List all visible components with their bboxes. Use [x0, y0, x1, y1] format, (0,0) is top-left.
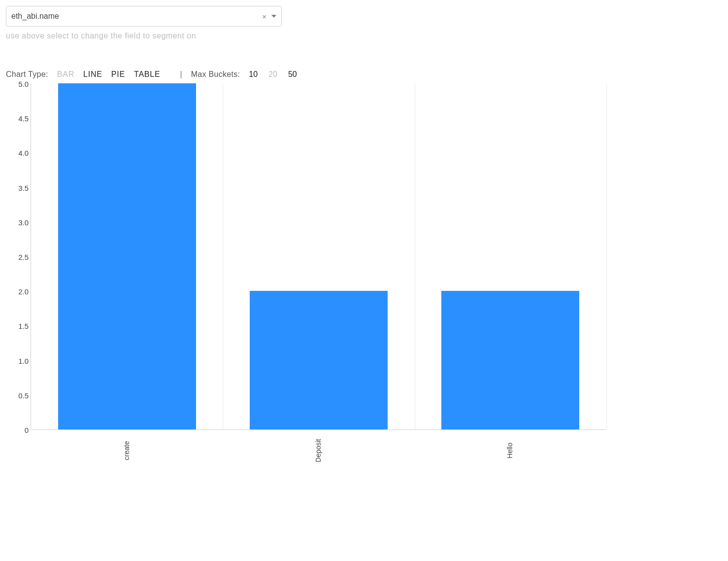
y-tick-label: 4.0 — [6, 149, 29, 157]
max-buckets-20[interactable]: 20 — [268, 70, 277, 78]
chevron-down-icon[interactable] — [271, 15, 276, 18]
y-tick-label: 4.5 — [6, 114, 29, 123]
bar-deposit[interactable] — [250, 291, 388, 429]
bar-create[interactable] — [58, 83, 196, 429]
x-tick-label: Deposit — [314, 439, 322, 462]
chart-type-line[interactable]: LINE — [83, 70, 102, 78]
y-tick-label: 0.5 — [6, 391, 29, 399]
bar-chart: 00.51.01.52.02.53.03.54.04.55.0 createDe… — [6, 82, 612, 466]
gridline-vertical — [415, 84, 415, 429]
chart-type-pie[interactable]: PIE — [111, 70, 125, 78]
max-buckets-label: Max Buckets: — [191, 70, 240, 79]
y-tick-label: 0 — [6, 426, 29, 434]
chart-type-bar[interactable]: BAR — [57, 70, 74, 78]
y-tick-label: 3.5 — [6, 183, 29, 192]
chart-type-label: Chart Type: — [6, 70, 48, 79]
y-tick-label: 1.0 — [6, 356, 29, 365]
max-buckets-10[interactable]: 10 — [249, 70, 258, 78]
max-buckets-50[interactable]: 50 — [288, 70, 297, 78]
segment-field-select[interactable]: eth_abi.name × — [6, 6, 282, 27]
chart-type-table[interactable]: TABLE — [134, 70, 161, 78]
x-tick-label: Hello — [506, 443, 514, 458]
chart-controls: Chart Type: BARLINEPIETABLE | Max Bucket… — [6, 70, 722, 79]
y-tick-label: 5.0 — [6, 80, 29, 88]
x-tick-label: create — [123, 441, 131, 460]
gridline-vertical — [606, 84, 607, 429]
y-tick-label: 2.5 — [6, 253, 29, 261]
bar-hello[interactable] — [441, 291, 579, 429]
y-tick-label: 1.5 — [6, 322, 29, 330]
y-tick-label: 2.0 — [6, 287, 29, 296]
y-tick-label: 3.0 — [6, 218, 29, 226]
gridline-vertical — [223, 84, 223, 429]
clear-icon[interactable]: × — [262, 13, 266, 20]
segment-hint: use above select to change the field to … — [6, 32, 722, 40]
separator: | — [180, 70, 182, 79]
segment-field-value: eth_abi.name — [11, 12, 262, 21]
